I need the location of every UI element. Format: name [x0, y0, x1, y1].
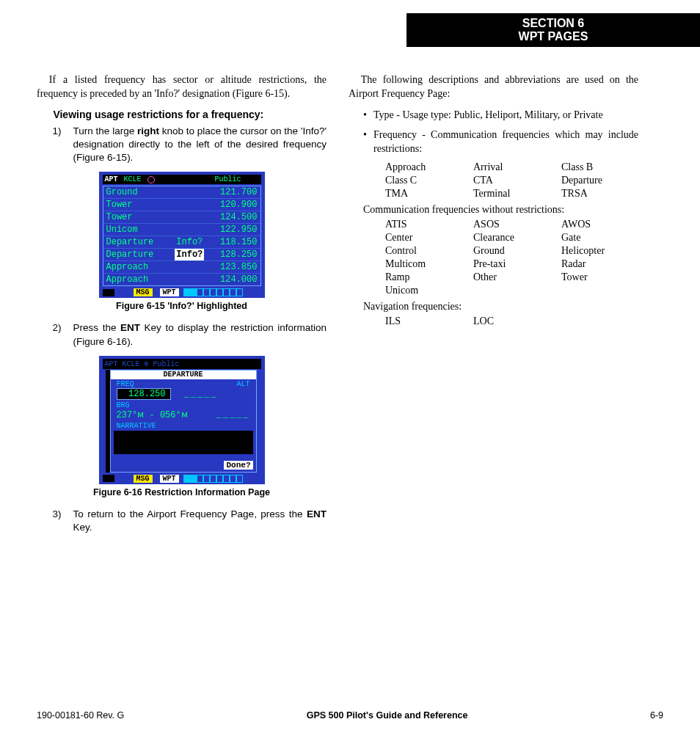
table-cell: Departure	[561, 175, 642, 186]
freq-row: Tower120.900	[103, 199, 260, 211]
brg-dash: _____	[216, 409, 249, 420]
msg-indicator: MSG	[134, 288, 153, 296]
footer-title: GPS 500 Pilot's Guide and Reference	[307, 710, 468, 721]
freq-row: Tower124.500	[103, 211, 260, 224]
table-cell: Class B	[561, 161, 642, 173]
table-cell: AWOS	[561, 219, 642, 230]
step-num: 1)	[53, 125, 73, 165]
subhead-nav: Navigation frequencies:	[363, 301, 638, 313]
wpt-indicator: WPT	[160, 288, 179, 296]
footer-block	[103, 475, 114, 482]
airport-id: KCLE	[121, 175, 145, 183]
done-button: Done?	[224, 461, 252, 470]
page-boxes	[183, 475, 243, 483]
apt-label: APT	[105, 175, 118, 183]
step-body: Turn the large right knob to place the c…	[73, 125, 327, 165]
public-label: Public	[214, 175, 258, 183]
table-cell: Helicopter	[561, 245, 642, 257]
footer-pagenum: 6-9	[650, 710, 663, 721]
frequency-list: Ground121.700Tower120.900Tower124.500Uni…	[103, 186, 261, 286]
table-cell: ATIS	[385, 219, 473, 230]
procedure-heading: Viewing usage restrictions for a frequen…	[53, 109, 327, 120]
right-column: The following descriptions and abbreviat…	[349, 73, 638, 541]
unrestricted-freq-table: ATISASOSAWOSCenterClearanceGateControlGr…	[385, 219, 638, 296]
restricted-freq-table: ApproachArrivalClass BClass CCTADepartur…	[385, 161, 638, 200]
step-3: 3) To return to the Airport Frequency Pa…	[53, 508, 327, 534]
brg-label: BRG	[111, 400, 256, 409]
table-cell: Control	[385, 245, 473, 257]
freq-row: Approach123.850	[103, 261, 260, 274]
table-cell	[561, 285, 642, 296]
page-footer: 190-00181-60 Rev. G GPS 500 Pilot's Guid…	[37, 710, 663, 721]
table-cell: LOC	[473, 316, 561, 327]
subhead-unrestricted: Communication frequencies without restri…	[363, 204, 638, 216]
table-cell: ASOS	[473, 219, 561, 230]
figure-6-16-caption: Figure 6-16 Restriction Information Page	[37, 487, 327, 497]
freq-row: Ground121.700	[103, 186, 260, 199]
table-cell: Other	[473, 271, 561, 283]
step-body: To return to the Airport Frequency Page,…	[73, 508, 327, 534]
table-cell: Tower	[561, 271, 642, 283]
table-cell: Clearance	[473, 232, 561, 244]
step-2: 2) Press the ENT Key to display the rest…	[53, 321, 327, 348]
freq-value: 128.250	[117, 388, 171, 400]
device-footer: MSG WPT	[103, 288, 261, 296]
table-cell: Center	[385, 232, 473, 244]
freq-row: DepartureInfo?128.250	[103, 249, 260, 261]
table-cell: ILS	[385, 316, 473, 327]
freq-row: DepartureInfo?118.150	[103, 236, 260, 249]
table-cell: Pre-taxi	[473, 258, 561, 270]
footer-docnum: 190-00181-60 Rev. G	[37, 710, 124, 721]
figure-6-15-device: APT KCLE Public Ground121.700Tower120.90…	[99, 172, 265, 298]
table-cell: Radar	[561, 258, 642, 270]
right-intro: The following descriptions and abbreviat…	[349, 73, 638, 101]
step-num: 2)	[53, 321, 73, 348]
wpt-indicator: WPT	[160, 475, 179, 483]
freq-label: FREQ	[117, 380, 134, 388]
table-cell	[561, 316, 642, 327]
table-cell: TRSA	[561, 188, 642, 200]
device-footer: MSG WPT	[103, 475, 261, 483]
alt-label: ALT	[236, 380, 249, 388]
brg-value: 237°ᴍ - 056°ᴍ	[117, 409, 188, 420]
device-header: APT KCLE Public	[103, 175, 261, 184]
page-boxes	[183, 288, 243, 296]
step-num: 3)	[53, 508, 73, 534]
table-cell: Class C	[385, 175, 473, 186]
table-cell: Approach	[385, 161, 473, 173]
table-cell: Ramp	[385, 271, 473, 283]
table-cell: CTA	[473, 175, 561, 186]
step-body: Press the ENT Key to display the restric…	[73, 321, 327, 348]
alt-value: _____	[184, 389, 218, 399]
table-cell: Ground	[473, 245, 561, 257]
step-1: 1) Turn the large right knob to place th…	[53, 125, 327, 165]
narrative-label: NARRATIVE	[111, 420, 256, 430]
table-cell	[473, 285, 561, 296]
table-cell: Multicom	[385, 258, 473, 270]
nav-freq-table: ILSLOC	[385, 316, 638, 327]
table-cell: Unicom	[385, 285, 473, 296]
dialog-title: DEPARTURE	[111, 371, 256, 379]
symbol-icon	[147, 176, 155, 183]
msg-indicator: MSG	[134, 475, 153, 483]
table-cell: TMA	[385, 188, 473, 200]
narrative-box	[114, 431, 253, 454]
table-cell: Arrival	[473, 161, 561, 173]
figure-6-16-device: APT KCLE ⊚ Public DEPARTURE FREQ ALT 128…	[99, 356, 265, 484]
restriction-dialog: DEPARTURE FREQ ALT 128.250 _____ BRG 237…	[110, 370, 257, 473]
table-cell: Terminal	[473, 188, 561, 200]
header-line2: WPT PAGES	[406, 30, 700, 43]
left-column: If a listed frequency has sector or alti…	[37, 73, 327, 541]
bullet-frequency: • Frequency - Communication frequencies …	[363, 128, 638, 156]
section-header: SECTION 6 WPT PAGES	[406, 13, 700, 47]
bullet-type: • Type - Usage type: Public, Heliport, M…	[363, 109, 638, 123]
table-cell: Gate	[561, 232, 642, 244]
freq-row: Approach124.000	[103, 274, 260, 285]
freq-row: Unicom122.950	[103, 224, 260, 236]
intro-paragraph: If a listed frequency has sector or alti…	[37, 73, 327, 101]
figure-6-15-caption: Figure 6-15 'Info?' Highlighted	[37, 301, 327, 311]
footer-block	[103, 289, 114, 296]
device-header-ghost: APT KCLE ⊚ Public	[103, 359, 261, 369]
header-line1: SECTION 6	[406, 17, 700, 30]
